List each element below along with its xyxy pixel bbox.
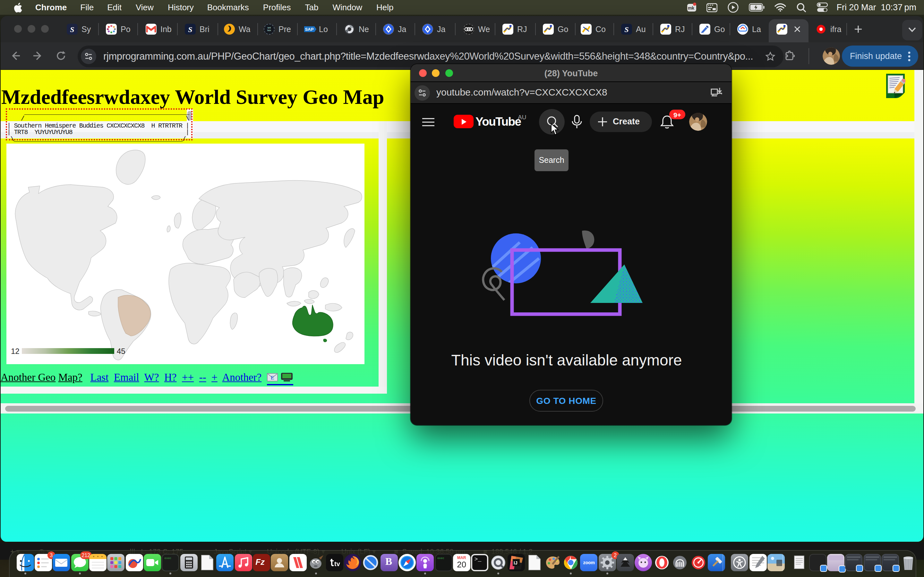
svg-text:box: box: [267, 29, 271, 32]
svg-text:E: E: [270, 375, 274, 380]
svg-text:S: S: [70, 25, 74, 34]
svg-text:SAP: SAP: [305, 27, 314, 32]
svg-text:IJ: IJ: [514, 560, 517, 566]
svg-text:tv: tv: [334, 560, 340, 567]
svg-text:S: S: [188, 25, 192, 34]
svg-text:S: S: [624, 25, 628, 34]
svg-text:mk: mk: [688, 5, 694, 10]
